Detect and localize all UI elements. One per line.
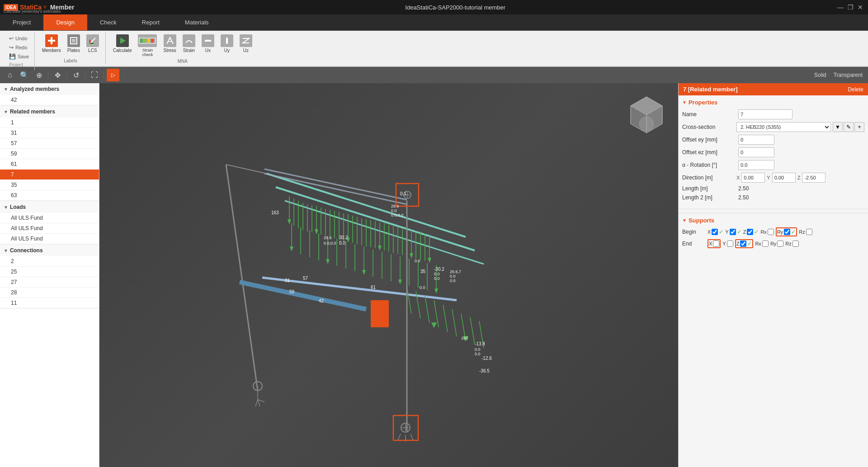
end-y-label: Y xyxy=(722,241,726,246)
loads-header[interactable]: ▼ Loads xyxy=(0,201,99,213)
begin-rx-check[interactable] xyxy=(768,229,774,235)
view-solid[interactable]: Solid xyxy=(812,71,828,79)
end-y-check[interactable] xyxy=(727,241,733,247)
related-item-57[interactable]: 57 xyxy=(0,138,99,149)
direction-y-input[interactable] xyxy=(772,173,796,183)
connection-item-28[interactable]: 28 xyxy=(0,288,99,298)
direction-z-input[interactable] xyxy=(802,173,826,183)
related-item-59[interactable]: 59 xyxy=(0,149,99,159)
props-label: Properties xyxy=(689,99,717,106)
titlebar: IDEA StatiCa® Member Calculate yesterday… xyxy=(0,0,868,14)
lcs-btn[interactable]: LCS xyxy=(84,33,102,55)
connection-item-11[interactable]: 11 xyxy=(0,298,99,308)
uy-btn[interactable]: Uy xyxy=(218,33,236,55)
undo-btn[interactable]: ↩ Undo xyxy=(7,34,31,42)
cross-section-select[interactable]: 2. HEB220 (S355) xyxy=(736,122,831,132)
rotate-btn[interactable]: ↺ xyxy=(70,69,82,81)
view-transparent[interactable]: Transparent xyxy=(832,71,864,79)
analyzed-members-label: Analyzed members xyxy=(10,86,59,92)
members-btn[interactable]: Members xyxy=(39,33,64,55)
search-btn[interactable]: ⊕ xyxy=(33,69,45,81)
direction-x-input[interactable] xyxy=(741,173,765,183)
tab-design[interactable]: Design xyxy=(43,14,87,30)
connections-items: 2 25 27 28 11 xyxy=(0,256,99,308)
cs-dropdown-btn[interactable]: ▼ xyxy=(833,122,843,132)
load-item-2[interactable]: All ULS Fund xyxy=(0,223,99,234)
connection-item-27[interactable]: 27 xyxy=(0,277,99,288)
begin-ry-check-icon: ✓ xyxy=(791,229,796,235)
strain-btn[interactable]: Strain xyxy=(180,33,198,55)
plates-btn[interactable]: Plates xyxy=(65,33,83,55)
ux-btn[interactable]: Ux xyxy=(199,33,217,55)
stress-btn[interactable]: Stress xyxy=(160,33,179,55)
related-item-7[interactable]: 7 xyxy=(0,170,99,180)
connections-header[interactable]: ▼ Connections xyxy=(0,245,99,256)
fullscreen-btn[interactable]: ⛶ xyxy=(88,69,101,81)
maximize-btn[interactable]: ❐ xyxy=(846,3,854,11)
tab-report[interactable]: Report xyxy=(129,14,172,30)
supports-title[interactable]: ▼ Supports xyxy=(682,217,864,224)
rotation-input[interactable] xyxy=(738,160,774,170)
related-item-63[interactable]: 63 xyxy=(0,190,99,201)
end-z-check[interactable] xyxy=(740,241,746,247)
uz-btn[interactable]: Uz xyxy=(237,33,255,55)
properties-section-title[interactable]: ▼ Properties xyxy=(682,99,864,106)
begin-z-check[interactable] xyxy=(747,229,753,235)
connection-item-2[interactable]: 2 xyxy=(0,256,99,267)
end-x-check[interactable] xyxy=(713,241,719,247)
calculate-btn[interactable]: Calculate xyxy=(110,33,135,55)
cs-edit-btn[interactable]: ✎ xyxy=(844,122,854,132)
svg-text:61: 61 xyxy=(371,285,376,290)
begin-ry-check[interactable] xyxy=(784,229,790,235)
svg-text:0.0: 0.0 xyxy=(391,208,397,213)
end-label: End xyxy=(682,241,705,247)
redo-btn[interactable]: ↪ Redo xyxy=(7,43,31,52)
save-btn[interactable]: 💾 Save xyxy=(7,52,31,61)
home-btn[interactable]: ⌂ xyxy=(4,69,16,81)
related-item-31[interactable]: 31 xyxy=(0,128,99,138)
analyzed-item-42[interactable]: 42 xyxy=(0,95,99,105)
svg-text:35: 35 xyxy=(420,269,426,274)
close-btn[interactable]: ✕ xyxy=(856,3,864,11)
name-input[interactable] xyxy=(738,109,793,119)
cube-gizmo[interactable] xyxy=(624,92,669,137)
end-rx-check[interactable] xyxy=(762,241,769,247)
tab-project[interactable]: Project xyxy=(0,14,43,30)
window-controls[interactable]: — ❐ ✕ xyxy=(836,3,864,11)
begin-y-check[interactable] xyxy=(730,229,736,235)
uz-label: Uz xyxy=(243,48,249,53)
cs-add-btn[interactable]: + xyxy=(854,122,864,132)
svg-marker-61 xyxy=(428,258,431,262)
svg-marker-56 xyxy=(288,220,291,223)
related-item-1[interactable]: 1 xyxy=(0,118,99,128)
offset-ez-input[interactable] xyxy=(738,147,774,157)
begin-rz-label: Rz xyxy=(799,229,805,235)
svg-text:-36.5: -36.5 xyxy=(479,368,490,373)
minimize-btn[interactable]: — xyxy=(836,3,844,11)
connections-label: Connections xyxy=(10,247,43,254)
properties-section: ▼ Properties Name Cross-section 2. HEB22… xyxy=(679,95,868,207)
analyzed-members-header[interactable]: ▼ Analyzed members xyxy=(0,83,99,95)
end-ry-check[interactable] xyxy=(777,241,783,247)
load-item-3[interactable]: All ULS Fund xyxy=(0,234,99,244)
straincheck-btn[interactable]: Straincheck xyxy=(135,33,160,59)
connection-item-25[interactable]: 25 xyxy=(0,267,99,277)
begin-x-check[interactable] xyxy=(712,229,718,235)
x-label: X xyxy=(736,175,740,180)
svg-marker-57 xyxy=(315,230,318,233)
tab-check[interactable]: Check xyxy=(87,14,129,30)
move-btn[interactable]: ✥ xyxy=(51,69,64,81)
load-item-1[interactable]: All ULS Fund xyxy=(0,213,99,223)
tab-materials[interactable]: Materials xyxy=(172,14,222,30)
navbar: ⌂ 🔍 ⊕ ✥ ↺ ⛶ ▷ Solid Transparent xyxy=(0,67,868,83)
related-item-61[interactable]: 61 xyxy=(0,159,99,170)
end-rz-check[interactable] xyxy=(793,241,799,247)
related-members-header[interactable]: ▼ Related members xyxy=(0,106,99,118)
begin-rz-check[interactable] xyxy=(806,229,812,235)
delete-btn[interactable]: Delete xyxy=(848,86,863,93)
app-logo: IDEA StatiCa® Member Calculate yesterday… xyxy=(4,4,74,11)
zoom-btn[interactable]: 🔍 xyxy=(18,69,31,81)
related-item-35[interactable]: 35 xyxy=(0,180,99,190)
related-members-section: ▼ Related members 1 31 57 59 61 7 35 63 xyxy=(0,106,99,201)
offset-ey-input[interactable] xyxy=(738,135,774,145)
